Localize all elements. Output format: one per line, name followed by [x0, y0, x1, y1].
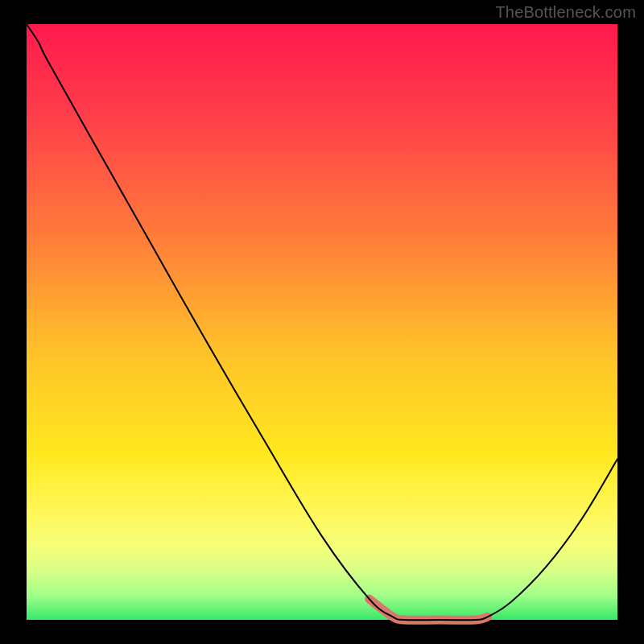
bottleneck-plot	[0, 0, 644, 644]
chart-container: TheBottleneck.com	[0, 0, 644, 644]
plot-background	[27, 24, 617, 620]
attribution-label: TheBottleneck.com	[495, 3, 636, 22]
